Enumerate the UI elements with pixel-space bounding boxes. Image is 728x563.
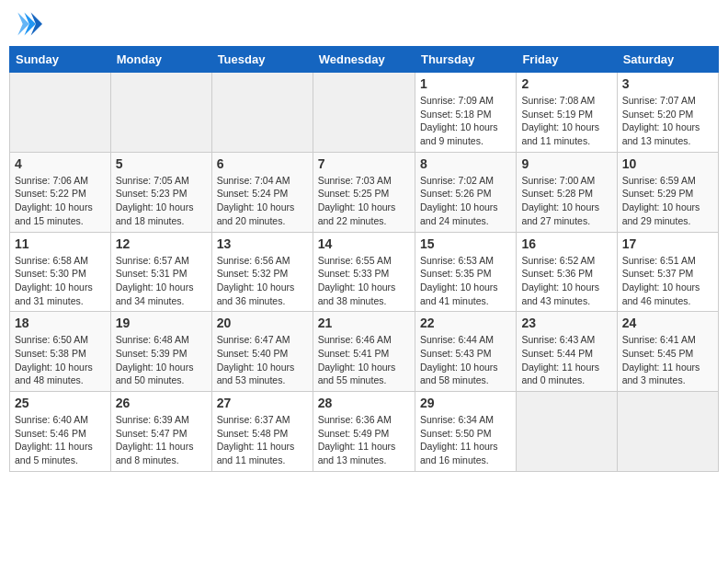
page-header	[9, 9, 719, 39]
day-info: Sunrise: 6:51 AM Sunset: 5:37 PM Dayligh…	[622, 254, 713, 308]
day-info: Sunrise: 7:09 AM Sunset: 5:18 PM Dayligh…	[420, 94, 511, 148]
day-number: 10	[622, 156, 713, 171]
day-info: Sunrise: 6:47 AM Sunset: 5:40 PM Dayligh…	[217, 333, 308, 387]
calendar-cell	[617, 392, 718, 472]
day-number: 24	[622, 316, 713, 330]
day-info: Sunrise: 7:05 AM Sunset: 5:23 PM Dayligh…	[116, 174, 207, 228]
calendar-cell	[110, 73, 211, 153]
day-number: 1	[420, 76, 511, 91]
weekday-header: Wednesday	[313, 47, 415, 73]
day-number: 21	[318, 316, 410, 330]
calendar-cell: 26Sunrise: 6:39 AM Sunset: 5:47 PM Dayli…	[110, 392, 211, 472]
day-info: Sunrise: 6:57 AM Sunset: 5:31 PM Dayligh…	[116, 254, 207, 308]
day-info: Sunrise: 6:56 AM Sunset: 5:32 PM Dayligh…	[217, 254, 308, 308]
day-info: Sunrise: 6:58 AM Sunset: 5:30 PM Dayligh…	[15, 254, 106, 308]
day-number: 2	[521, 76, 611, 91]
calendar-cell: 2Sunrise: 7:08 AM Sunset: 5:19 PM Daylig…	[517, 73, 617, 153]
calendar-cell: 27Sunrise: 6:37 AM Sunset: 5:48 PM Dayli…	[211, 392, 313, 472]
day-number: 13	[217, 236, 308, 251]
calendar-table: SundayMondayTuesdayWednesdayThursdayFrid…	[9, 46, 719, 472]
day-info: Sunrise: 6:39 AM Sunset: 5:47 PM Dayligh…	[116, 413, 207, 467]
day-number: 4	[15, 156, 106, 171]
calendar-cell: 1Sunrise: 7:09 AM Sunset: 5:18 PM Daylig…	[415, 73, 516, 153]
weekday-header: Tuesday	[211, 47, 313, 73]
calendar-cell: 21Sunrise: 6:46 AM Sunset: 5:41 PM Dayli…	[313, 312, 415, 392]
calendar-week-row: 1Sunrise: 7:09 AM Sunset: 5:18 PM Daylig…	[10, 73, 719, 153]
day-number: 18	[15, 316, 106, 330]
day-info: Sunrise: 6:53 AM Sunset: 5:35 PM Dayligh…	[420, 254, 511, 308]
day-info: Sunrise: 6:46 AM Sunset: 5:41 PM Dayligh…	[318, 333, 410, 387]
day-info: Sunrise: 6:44 AM Sunset: 5:43 PM Dayligh…	[420, 333, 511, 387]
day-info: Sunrise: 7:02 AM Sunset: 5:26 PM Dayligh…	[420, 174, 511, 228]
logo	[13, 9, 46, 39]
day-number: 19	[116, 316, 207, 330]
day-number: 12	[116, 236, 207, 251]
weekday-header: Friday	[517, 47, 617, 73]
logo-icon	[13, 9, 42, 39]
weekday-header: Sunday	[10, 47, 111, 73]
calendar-cell: 19Sunrise: 6:48 AM Sunset: 5:39 PM Dayli…	[110, 312, 211, 392]
day-number: 6	[217, 156, 308, 171]
day-info: Sunrise: 7:08 AM Sunset: 5:19 PM Dayligh…	[521, 94, 611, 148]
day-info: Sunrise: 7:04 AM Sunset: 5:24 PM Dayligh…	[217, 174, 308, 228]
calendar-cell	[10, 73, 111, 153]
calendar-week-row: 11Sunrise: 6:58 AM Sunset: 5:30 PM Dayli…	[10, 232, 719, 312]
calendar-cell: 18Sunrise: 6:50 AM Sunset: 5:38 PM Dayli…	[10, 312, 111, 392]
calendar-week-row: 18Sunrise: 6:50 AM Sunset: 5:38 PM Dayli…	[10, 312, 719, 392]
day-number: 14	[318, 236, 410, 251]
calendar-cell: 3Sunrise: 7:07 AM Sunset: 5:20 PM Daylig…	[617, 73, 718, 153]
calendar-cell: 7Sunrise: 7:03 AM Sunset: 5:25 PM Daylig…	[313, 152, 415, 232]
weekday-header: Saturday	[617, 47, 718, 73]
calendar-week-row: 25Sunrise: 6:40 AM Sunset: 5:46 PM Dayli…	[10, 392, 719, 472]
calendar-cell: 4Sunrise: 7:06 AM Sunset: 5:22 PM Daylig…	[10, 152, 111, 232]
calendar-week-row: 4Sunrise: 7:06 AM Sunset: 5:22 PM Daylig…	[10, 152, 719, 232]
day-number: 8	[420, 156, 511, 171]
calendar-cell: 24Sunrise: 6:41 AM Sunset: 5:45 PM Dayli…	[617, 312, 718, 392]
calendar-cell: 23Sunrise: 6:43 AM Sunset: 5:44 PM Dayli…	[517, 312, 617, 392]
day-info: Sunrise: 6:40 AM Sunset: 5:46 PM Dayligh…	[15, 413, 106, 467]
calendar-cell: 29Sunrise: 6:34 AM Sunset: 5:50 PM Dayli…	[415, 392, 516, 472]
calendar-cell	[313, 73, 415, 153]
weekday-header: Monday	[110, 47, 211, 73]
calendar-cell: 8Sunrise: 7:02 AM Sunset: 5:26 PM Daylig…	[415, 152, 516, 232]
day-info: Sunrise: 7:06 AM Sunset: 5:22 PM Dayligh…	[15, 174, 106, 228]
calendar-cell: 17Sunrise: 6:51 AM Sunset: 5:37 PM Dayli…	[617, 232, 718, 312]
calendar-cell: 5Sunrise: 7:05 AM Sunset: 5:23 PM Daylig…	[110, 152, 211, 232]
calendar-cell: 13Sunrise: 6:56 AM Sunset: 5:32 PM Dayli…	[211, 232, 313, 312]
calendar-cell: 15Sunrise: 6:53 AM Sunset: 5:35 PM Dayli…	[415, 232, 516, 312]
calendar-cell	[517, 392, 617, 472]
day-info: Sunrise: 7:03 AM Sunset: 5:25 PM Dayligh…	[318, 174, 410, 228]
day-number: 5	[116, 156, 207, 171]
calendar-cell: 16Sunrise: 6:52 AM Sunset: 5:36 PM Dayli…	[517, 232, 617, 312]
day-info: Sunrise: 6:36 AM Sunset: 5:49 PM Dayligh…	[318, 413, 410, 467]
day-info: Sunrise: 6:43 AM Sunset: 5:44 PM Dayligh…	[521, 333, 611, 387]
day-info: Sunrise: 7:00 AM Sunset: 5:28 PM Dayligh…	[521, 174, 611, 228]
day-number: 15	[420, 236, 511, 251]
day-number: 27	[217, 396, 308, 410]
day-info: Sunrise: 6:37 AM Sunset: 5:48 PM Dayligh…	[217, 413, 308, 467]
calendar-cell: 6Sunrise: 7:04 AM Sunset: 5:24 PM Daylig…	[211, 152, 313, 232]
calendar-cell: 20Sunrise: 6:47 AM Sunset: 5:40 PM Dayli…	[211, 312, 313, 392]
day-number: 26	[116, 396, 207, 410]
calendar-header-row: SundayMondayTuesdayWednesdayThursdayFrid…	[10, 47, 719, 73]
day-number: 28	[318, 396, 410, 410]
calendar-cell	[211, 73, 313, 153]
day-info: Sunrise: 6:34 AM Sunset: 5:50 PM Dayligh…	[420, 413, 511, 467]
calendar-cell: 11Sunrise: 6:58 AM Sunset: 5:30 PM Dayli…	[10, 232, 111, 312]
day-number: 23	[521, 316, 611, 330]
weekday-header: Thursday	[415, 47, 516, 73]
calendar-cell: 28Sunrise: 6:36 AM Sunset: 5:49 PM Dayli…	[313, 392, 415, 472]
day-number: 9	[521, 156, 611, 171]
day-number: 3	[622, 76, 713, 91]
day-number: 29	[420, 396, 511, 410]
day-number: 17	[622, 236, 713, 251]
day-info: Sunrise: 6:55 AM Sunset: 5:33 PM Dayligh…	[318, 254, 410, 308]
day-number: 25	[15, 396, 106, 410]
day-number: 16	[521, 236, 611, 251]
day-number: 22	[420, 316, 511, 330]
calendar-cell: 14Sunrise: 6:55 AM Sunset: 5:33 PM Dayli…	[313, 232, 415, 312]
calendar-cell: 10Sunrise: 6:59 AM Sunset: 5:29 PM Dayli…	[617, 152, 718, 232]
day-number: 11	[15, 236, 106, 251]
calendar-cell: 9Sunrise: 7:00 AM Sunset: 5:28 PM Daylig…	[517, 152, 617, 232]
day-info: Sunrise: 7:07 AM Sunset: 5:20 PM Dayligh…	[622, 94, 713, 148]
